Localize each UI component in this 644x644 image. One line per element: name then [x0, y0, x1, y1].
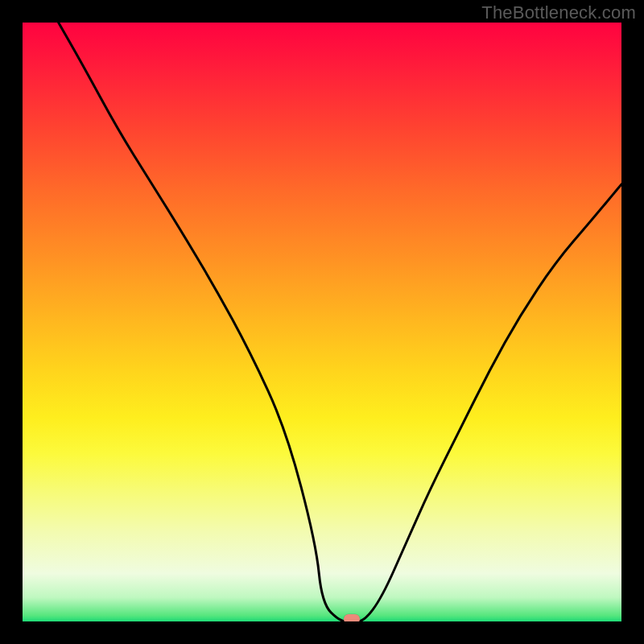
- curve-path: [59, 23, 621, 621]
- watermark-text: TheBottleneck.com: [481, 2, 636, 23]
- chart-container: TheBottleneck.com: [0, 0, 644, 644]
- plot-area: [23, 23, 621, 621]
- bottleneck-curve: [23, 23, 621, 621]
- optimal-marker: [344, 614, 360, 621]
